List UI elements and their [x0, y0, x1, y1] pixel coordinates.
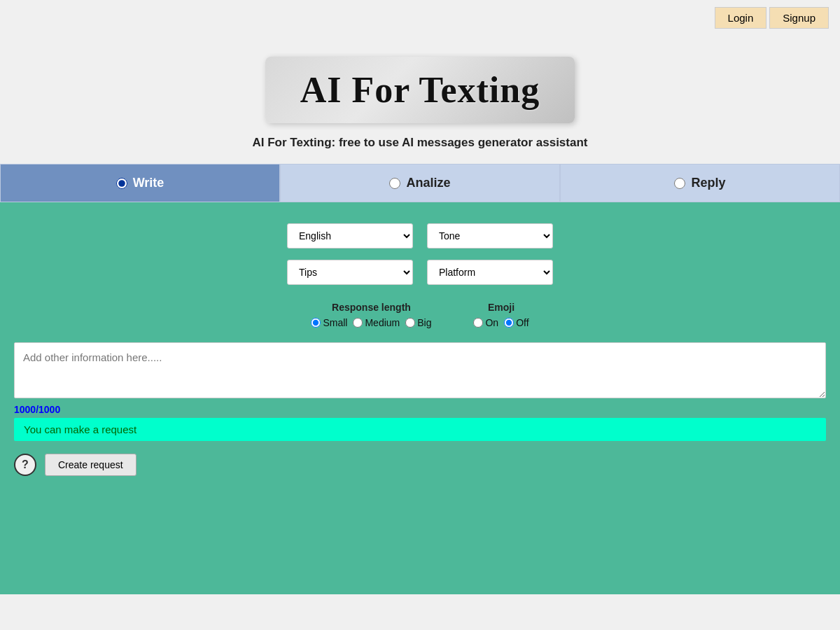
tab-analize-label: Analize: [406, 176, 450, 190]
tab-reply-label: Reply: [691, 176, 725, 190]
tab-write-label: Write: [133, 176, 164, 190]
response-length-label: Response length: [332, 302, 411, 313]
response-length-small[interactable]: Small: [311, 317, 347, 328]
title-section: AI For Texting AI For Texting: free to u…: [0, 36, 840, 164]
tab-write-radio[interactable]: [116, 178, 127, 189]
info-textarea[interactable]: [14, 342, 826, 398]
emoji-off-radio[interactable]: [504, 318, 514, 328]
login-button[interactable]: Login: [715, 7, 767, 29]
top-nav: Login Signup: [0, 0, 840, 36]
bottom-actions: ? Create request: [14, 454, 826, 476]
title-box: AI For Texting: [265, 57, 575, 123]
create-request-button[interactable]: Create request: [45, 454, 136, 476]
platform-select[interactable]: Platform SMS WhatsApp Telegram Email Twi…: [427, 260, 553, 285]
tone-select[interactable]: Tone Formal Casual Friendly Professional…: [427, 223, 553, 248]
response-length-small-radio[interactable]: [311, 318, 321, 328]
main-content: English Spanish French German Italian Po…: [0, 202, 840, 594]
radio-section: Response length Small Medium Big Emoji: [311, 302, 528, 328]
emoji-on-radio[interactable]: [473, 318, 483, 328]
tab-bar: Write Analize Reply: [0, 164, 840, 202]
response-length-options: Small Medium Big: [311, 317, 431, 328]
emoji-label: Emoji: [488, 302, 514, 313]
signup-button[interactable]: Signup: [769, 7, 829, 29]
textarea-wrapper: 1000/1000 You can make a request: [14, 342, 826, 441]
controls-row-1: English Spanish French German Italian Po…: [287, 223, 553, 248]
response-length-big-radio[interactable]: [405, 318, 415, 328]
request-banner: You can make a request: [14, 418, 826, 441]
tab-analize[interactable]: Analize: [280, 164, 560, 202]
response-length-medium[interactable]: Medium: [353, 317, 400, 328]
tips-select[interactable]: Tips Tip 1 Tip 2 Tip 3: [287, 260, 413, 285]
emoji-group: Emoji On Off: [473, 302, 528, 328]
response-length-big[interactable]: Big: [405, 317, 431, 328]
emoji-options: On Off: [473, 317, 528, 328]
emoji-off[interactable]: Off: [504, 317, 528, 328]
controls-section: English Spanish French German Italian Po…: [14, 223, 826, 328]
tab-analize-radio[interactable]: [389, 178, 400, 189]
response-length-medium-radio[interactable]: [353, 318, 363, 328]
controls-row-2: Tips Tip 1 Tip 2 Tip 3 Platform SMS What…: [287, 260, 553, 285]
tab-write[interactable]: Write: [0, 164, 280, 202]
tab-reply-radio[interactable]: [674, 178, 685, 189]
language-select[interactable]: English Spanish French German Italian Po…: [287, 223, 413, 248]
subtitle: AI For Texting: free to use AI messages …: [253, 136, 588, 150]
page-title: AI For Texting: [300, 69, 540, 111]
char-count: 1000/1000: [14, 404, 826, 415]
help-button[interactable]: ?: [14, 454, 36, 476]
response-length-group: Response length Small Medium Big: [311, 302, 431, 328]
tab-reply[interactable]: Reply: [560, 164, 840, 202]
emoji-on[interactable]: On: [473, 317, 498, 328]
